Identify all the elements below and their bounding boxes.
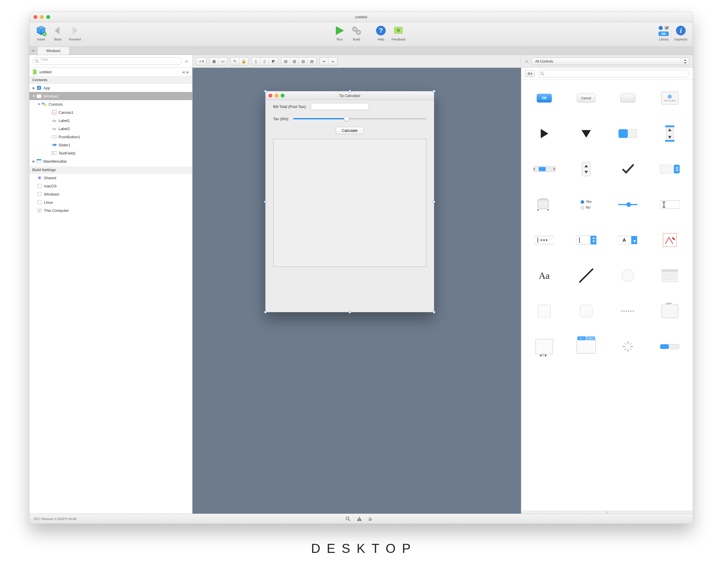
help-button[interactable]: ? Help — [374, 24, 387, 41]
build-this-computer[interactable]: ✓This Computer — [29, 206, 192, 215]
oval-item[interactable] — [610, 261, 646, 290]
password-item[interactable] — [526, 225, 562, 255]
run-button[interactable]: Run — [333, 24, 346, 41]
combobox-item[interactable] — [568, 225, 604, 255]
nav-next-icon[interactable]: ▶ — [186, 70, 189, 74]
insert-button[interactable]: Insert — [35, 24, 48, 41]
default-button-item[interactable]: OK — [526, 84, 562, 113]
more-icon[interactable]: » — [329, 58, 337, 65]
build-linux[interactable]: Linux — [29, 198, 192, 206]
search-icon[interactable] — [346, 517, 350, 521]
build-macos[interactable]: macOS — [29, 182, 192, 190]
tree-label2[interactable]: AaLabel2 — [29, 124, 192, 133]
stepper-item[interactable] — [652, 119, 687, 148]
cancel-button-item[interactable]: Cancel — [568, 84, 604, 113]
designer-window[interactable]: Tip Calculator Bill Total (Post-Tax): Ta… — [265, 91, 434, 312]
resize-handle-icon[interactable] — [433, 311, 435, 313]
project-header[interactable]: untitled ◀▶ — [29, 67, 192, 77]
updown-item[interactable] — [568, 155, 604, 184]
icon-label-button-item[interactable]: Icon & Label — [652, 84, 687, 113]
filter-input[interactable]: Filter — [32, 57, 182, 65]
tree-pushbutton1[interactable]: PushButton1 — [29, 133, 192, 141]
library-selector[interactable]: All Controls — [531, 58, 689, 65]
tab-window1[interactable]: Window1 — [37, 47, 70, 55]
database-item[interactable] — [526, 190, 562, 219]
nav-prev-icon[interactable]: ◀ — [182, 70, 185, 74]
separator-item[interactable]: •••••• — [610, 297, 646, 326]
label-item[interactable]: Aa — [526, 261, 562, 290]
text-popup-item[interactable]: A — [610, 225, 646, 255]
resize-handle-icon[interactable] — [264, 90, 267, 92]
roundrect-item[interactable] — [568, 297, 604, 326]
warning-icon[interactable] — [357, 517, 362, 521]
tabpanel-item[interactable]: Tab 1Tab 2 — [568, 332, 604, 361]
pagepanel-item[interactable]: ◀ 2 ▶ — [526, 332, 562, 361]
tree-controls[interactable]: ▼Controls — [29, 100, 192, 108]
bill-input[interactable] — [311, 103, 369, 110]
output-canvas[interactable] — [273, 139, 426, 267]
calculate-button[interactable]: Calculate — [336, 127, 364, 134]
slider-item[interactable] — [610, 190, 646, 219]
tree-canvas1[interactable]: Canvas1 — [29, 108, 192, 116]
disclosure-right-item[interactable] — [526, 119, 562, 148]
tree-label1[interactable]: AaLabel1 — [29, 116, 192, 124]
build-shared[interactable]: Shared — [29, 174, 192, 182]
rect-item[interactable] — [526, 297, 562, 326]
resize-handle-icon[interactable] — [264, 200, 267, 203]
forward-button[interactable]: Forward — [69, 24, 81, 41]
align-left-icon[interactable]: ▯ — [252, 58, 260, 65]
library-search-input[interactable] — [538, 70, 689, 77]
close-icon[interactable] — [33, 15, 37, 19]
segmented-item[interactable] — [610, 119, 646, 148]
add-control-button[interactable]: ＋▾ — [196, 58, 206, 65]
popup-item[interactable] — [652, 155, 687, 184]
rss-icon[interactable] — [368, 517, 373, 521]
inspector-button[interactable]: i Inspector — [674, 24, 687, 41]
order-front-icon[interactable]: ▧ — [281, 58, 290, 65]
listbox-item[interactable] — [652, 261, 687, 290]
tree-window1[interactable]: ▼Window1 — [29, 92, 192, 100]
view-grid-icon[interactable]: ▦ — [210, 58, 218, 65]
resize-handle-icon[interactable] — [433, 200, 435, 203]
align-center-icon[interactable]: ▯ — [260, 58, 269, 65]
library-button[interactable]: OK Library — [657, 24, 670, 41]
tree-slider1[interactable]: Slider1 — [29, 141, 192, 149]
build-button[interactable]: Build — [350, 24, 363, 41]
progressbar-item[interactable] — [652, 332, 687, 361]
feedback-button[interactable]: Feedback — [391, 24, 405, 41]
tree-textfield1[interactable]: TextField1 — [29, 149, 192, 157]
minimize-icon[interactable] — [40, 15, 44, 19]
scrollbar-item[interactable] — [526, 155, 562, 184]
order-back-icon[interactable]: ▧ — [308, 58, 316, 65]
disclosure-down-item[interactable] — [568, 119, 604, 148]
columns-icon[interactable]: ⫼ — [184, 59, 189, 63]
canvas-item[interactable] — [652, 225, 687, 255]
add-tab-button[interactable]: + — [29, 47, 37, 55]
tree-app[interactable]: ▶AApp — [29, 84, 192, 92]
bevel-button-item[interactable] — [610, 84, 646, 113]
resize-handle-icon[interactable] — [348, 311, 351, 313]
resize-handle-icon[interactable] — [264, 311, 267, 313]
tree-mainmenubar[interactable]: ▶MainMenuBar — [29, 157, 192, 165]
spinner-item[interactable] — [610, 332, 646, 361]
radio-group-item[interactable]: YesNo — [568, 190, 604, 219]
tax-slider[interactable] — [293, 116, 426, 122]
groupbox-item[interactable]: Label — [652, 297, 687, 326]
library-resize-handle[interactable]: ≡ — [521, 511, 693, 514]
resize-handle-icon[interactable] — [433, 90, 435, 92]
build-windows[interactable]: Windows — [29, 190, 192, 198]
resize-handle-icon[interactable] — [348, 90, 351, 92]
view-form-icon[interactable]: ▭ — [218, 58, 227, 65]
textfield-item[interactable] — [652, 190, 687, 219]
checkbox-item[interactable] — [610, 155, 646, 184]
library-gear-button[interactable]: ⚙▾ — [525, 70, 535, 77]
lock-icon[interactable]: 🔒 — [239, 58, 248, 65]
order-backward-icon[interactable]: ▨ — [299, 58, 308, 65]
order-forward-icon[interactable]: ▨ — [290, 58, 299, 65]
edit-icon[interactable]: ✎ — [231, 58, 239, 65]
line-item[interactable] — [568, 261, 604, 290]
back-button[interactable]: Back — [52, 24, 64, 41]
zoom-icon[interactable] — [46, 15, 50, 19]
columns-icon[interactable]: ⫼ — [525, 59, 528, 63]
align-corner-icon[interactable]: ◩ — [269, 58, 278, 65]
